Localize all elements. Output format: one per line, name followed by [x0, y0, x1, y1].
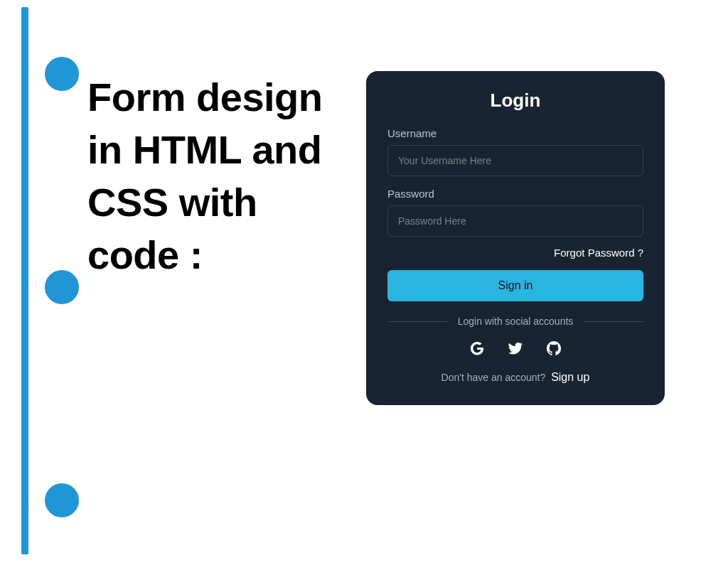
bullet-dot — [45, 57, 79, 91]
social-icons-row — [387, 338, 643, 358]
bullet-dot — [45, 270, 79, 304]
signin-button[interactable]: Sign in — [387, 270, 643, 301]
twitter-icon[interactable] — [505, 338, 525, 358]
signup-link[interactable]: Sign up — [551, 371, 589, 383]
vertical-accent-bar — [21, 7, 28, 554]
card-title: Login — [387, 90, 643, 112]
social-divider: Login with social accounts — [387, 316, 643, 327]
social-divider-text: Login with social accounts — [448, 316, 584, 327]
username-input[interactable] — [387, 145, 643, 176]
page-headline: Form design in HTML and CSS with code : — [87, 71, 358, 281]
forgot-password-link[interactable]: Forgot Password ? — [387, 247, 643, 259]
signup-prompt: Don't have an account? — [441, 372, 546, 383]
google-icon[interactable] — [467, 338, 487, 358]
page-root: Form design in HTML and CSS with code : … — [0, 0, 728, 570]
bullet-dot — [45, 483, 79, 517]
username-label: Username — [387, 127, 643, 139]
signup-row: Don't have an account? Sign up — [387, 371, 643, 384]
password-input[interactable] — [387, 205, 643, 237]
password-label: Password — [387, 188, 643, 200]
github-icon[interactable] — [544, 338, 564, 358]
login-card: Login Username Password Forgot Password … — [366, 71, 665, 405]
